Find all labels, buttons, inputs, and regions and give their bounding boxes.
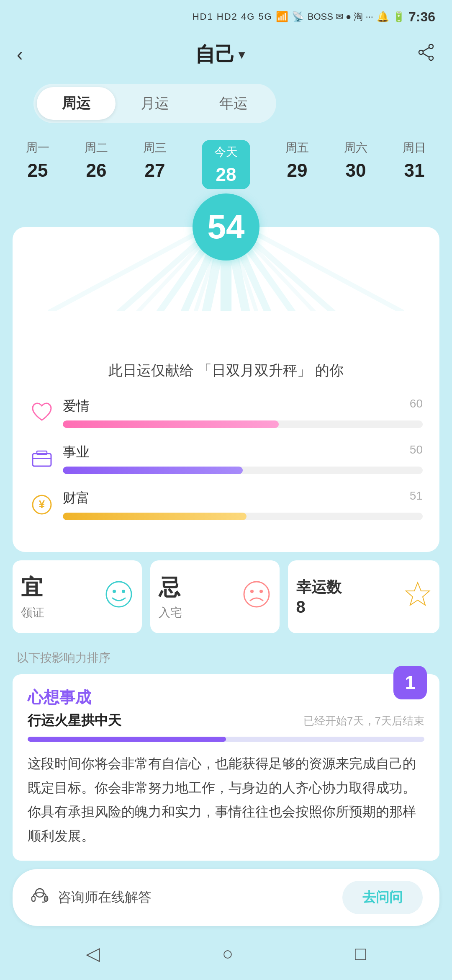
wealth-progress-fill [63, 513, 247, 520]
consult-left: 咨询师在线解答 [29, 885, 152, 910]
lucky-icon [404, 581, 431, 613]
headset-icon [29, 885, 50, 910]
day-label-tue: 周二 [85, 140, 108, 156]
consult-text: 咨询师在线解答 [58, 888, 152, 907]
header-title-group: 自己 ▾ [195, 41, 244, 68]
love-stat-header: 爱情 60 [63, 397, 423, 415]
nav-menu-icon[interactable]: □ [355, 943, 366, 964]
back-button[interactable]: ‹ [17, 44, 23, 65]
influence-badge: 1 [393, 666, 427, 699]
lucky-left: 幸运数 8 [296, 577, 342, 616]
career-icon [29, 446, 54, 471]
nav-back-icon[interactable]: ◁ [86, 943, 100, 964]
tab-weekly[interactable]: 周运 [37, 87, 116, 120]
career-stat-header: 事业 50 [63, 443, 423, 462]
influence-progress-fill [28, 737, 226, 742]
day-friday[interactable]: 周五 29 [285, 140, 309, 189]
consult-button[interactable]: 去问问 [342, 881, 423, 914]
svg-point-26 [113, 590, 116, 593]
day-today[interactable]: 今天 28 [202, 140, 250, 189]
svg-point-2 [419, 50, 423, 54]
influence-header-row: 行运火星拱中天 已经开始7天，7天后结束 [28, 712, 424, 730]
career-value: 50 [410, 443, 423, 462]
influence-card: 1 心想事成 行运火星拱中天 已经开始7天，7天后结束 这段时间你将会非常有自信… [13, 674, 439, 861]
day-num-wed: 27 [145, 160, 165, 181]
svg-point-27 [122, 590, 125, 593]
score-circle: 54 [193, 193, 259, 260]
auspicious-bad-left: 忌 入宅 [159, 573, 182, 621]
influence-duration: 已经开始7天，7天后结束 [303, 714, 424, 728]
auspicious-bad-icon [242, 580, 271, 614]
svg-point-28 [244, 582, 269, 607]
nav-home-icon[interactable]: ○ [222, 943, 233, 964]
love-label: 爱情 [63, 397, 90, 415]
day-wednesday[interactable]: 周三 27 [143, 140, 167, 189]
stat-row-love: 爱情 60 [29, 397, 423, 428]
day-label-sun: 周日 [403, 140, 426, 156]
lucky-number-card: 幸运数 8 [288, 560, 440, 633]
status-bar: HD1 HD2 4G 5G 📶 📡 BOSS ✉ ● 淘 ··· 🔔 🔋 7:3… [0, 0, 452, 34]
day-saturday[interactable]: 周六 30 [344, 140, 367, 189]
auspicious-good-left: 宜 领证 [21, 573, 44, 621]
auspicious-good-icon [104, 580, 134, 614]
career-label: 事业 [63, 443, 90, 462]
career-progress-fill [63, 467, 243, 474]
love-stat-info: 爱情 60 [63, 397, 423, 428]
auspicious-good-sub: 领证 [21, 605, 44, 621]
auspicious-good-char: 宜 [21, 573, 44, 602]
wealth-stat-header: 财富 51 [63, 489, 423, 508]
header: ‹ 自己 ▾ [0, 34, 452, 75]
tab-yearly[interactable]: 年运 [194, 87, 273, 120]
dropdown-arrow-icon[interactable]: ▾ [239, 48, 244, 62]
stat-row-wealth: ¥ 财富 51 [29, 489, 423, 520]
day-sunday[interactable]: 周日 31 [403, 140, 426, 189]
svg-point-30 [259, 590, 263, 593]
day-monday[interactable]: 周一 25 [26, 140, 49, 189]
day-num-sun: 31 [404, 160, 425, 181]
svg-point-0 [429, 44, 433, 49]
day-num-tue: 26 [86, 160, 107, 181]
page-title: 自己 [195, 41, 235, 68]
svg-rect-21 [37, 451, 47, 454]
lucky-num: 8 [296, 598, 342, 616]
auspicious-bad-char: 忌 [159, 573, 182, 602]
wealth-label: 财富 [63, 489, 90, 508]
career-progress-track [63, 467, 423, 474]
day-num-today: 28 [216, 164, 236, 185]
love-progress-track [63, 420, 423, 428]
battery-icon: 🔋 [393, 11, 405, 23]
tab-monthly[interactable]: 月运 [116, 87, 194, 120]
career-stat-info: 事业 50 [63, 443, 423, 474]
day-tuesday[interactable]: 周二 26 [85, 140, 108, 189]
svg-point-1 [429, 56, 433, 60]
score-card-inner: 此日运仅献给 「日双月双升秤」 的你 爱情 60 [29, 311, 423, 520]
tab-bar: 周运 月运 年运 [33, 84, 276, 123]
lucky-title: 幸运数 [296, 577, 342, 598]
influence-subtitle: 行运火星拱中天 [28, 712, 121, 730]
love-icon [29, 400, 54, 425]
influence-text: 这段时间你将会非常有自信心，也能获得足够的资源来完成自己的既定目标。你会非常努力… [28, 752, 424, 848]
svg-line-4 [423, 54, 429, 57]
day-label-mon: 周一 [26, 140, 49, 156]
wifi-icon: 📡 [292, 11, 304, 23]
time-display: 7:36 [408, 9, 435, 25]
stat-row-career: 事业 50 [29, 443, 423, 474]
influence-progress-track [28, 737, 424, 742]
score-card: 54 此日运仅献给 「日双月双升秤」 的你 爱情 60 [13, 227, 439, 552]
svg-point-29 [250, 590, 254, 593]
wealth-value: 51 [410, 489, 423, 508]
share-button[interactable] [417, 43, 435, 66]
love-value: 60 [410, 397, 423, 415]
day-label-sat: 周六 [344, 140, 367, 156]
wealth-stat-info: 财富 51 [63, 489, 423, 520]
influence-title: 心想事成 [28, 687, 424, 708]
day-label-today: 今天 [214, 144, 238, 160]
auspicious-bad-card: 忌 入宅 [150, 560, 280, 633]
auspicious-bad-sub: 入宅 [159, 605, 182, 621]
signal-icons: 📶 [276, 11, 288, 23]
love-progress-fill [63, 420, 279, 428]
svg-line-3 [423, 48, 429, 52]
svg-rect-20 [33, 454, 51, 466]
week-days: 周一 25 周二 26 周三 27 今天 28 周五 29 周六 30 周日 3… [0, 132, 452, 193]
wealth-progress-track [63, 513, 423, 520]
